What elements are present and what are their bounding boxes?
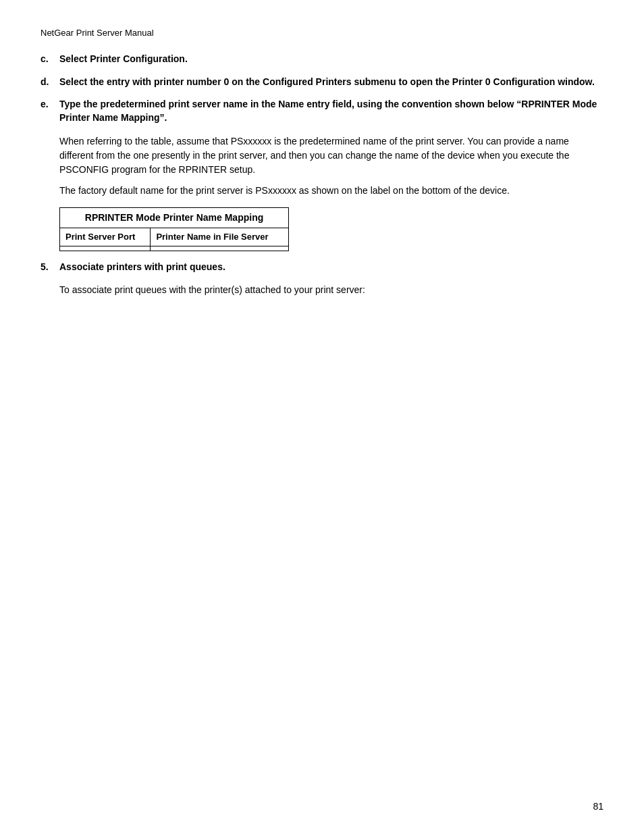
col1-header: Print Server Port	[60, 228, 151, 246]
list-label-c: c.	[41, 53, 53, 66]
name-cell	[151, 246, 289, 251]
item5-intro: To associate print queues with the print…	[59, 284, 603, 297]
list-label-d: d.	[41, 76, 53, 89]
table-title: RPRINTER Mode Printer Name Mapping	[60, 207, 289, 228]
list-content-c: Select Printer Configuration.	[59, 53, 603, 66]
item5-label: 5.	[41, 261, 53, 274]
port-cell	[60, 246, 151, 251]
list-content-d: Select the entry with printer number 0 o…	[59, 76, 603, 89]
table-header-row: Print Server Port Printer Name in File S…	[60, 228, 289, 246]
table-row	[60, 246, 289, 251]
mapping-table-container: RPRINTER Mode Printer Name Mapping Print…	[59, 207, 603, 252]
numbered-item-5: 5. Associate printers with print queues.	[41, 261, 603, 274]
list-content-e: Type the predetermined print server name…	[59, 98, 603, 124]
list-item-e: e. Type the predetermined print server n…	[41, 98, 603, 124]
list-item-c: c. Select Printer Configuration.	[41, 53, 603, 66]
item5-text: Associate printers with print queues.	[59, 261, 603, 274]
header-title: NetGear Print Server Manual	[41, 28, 154, 38]
paragraph-1: When referring to the table, assume that…	[59, 134, 603, 177]
mapping-table: RPRINTER Mode Printer Name Mapping Print…	[59, 207, 289, 252]
paragraph-2: The factory default name for the print s…	[59, 184, 603, 198]
page-number: 81	[593, 800, 603, 814]
list-item-d: d. Select the entry with printer number …	[41, 76, 603, 89]
list-label-e: e.	[41, 98, 53, 124]
col2-header: Printer Name in File Server	[151, 228, 289, 246]
page-header: NetGear Print Server Manual	[41, 27, 603, 39]
section-5: 5. Associate printers with print queues.…	[41, 261, 603, 296]
